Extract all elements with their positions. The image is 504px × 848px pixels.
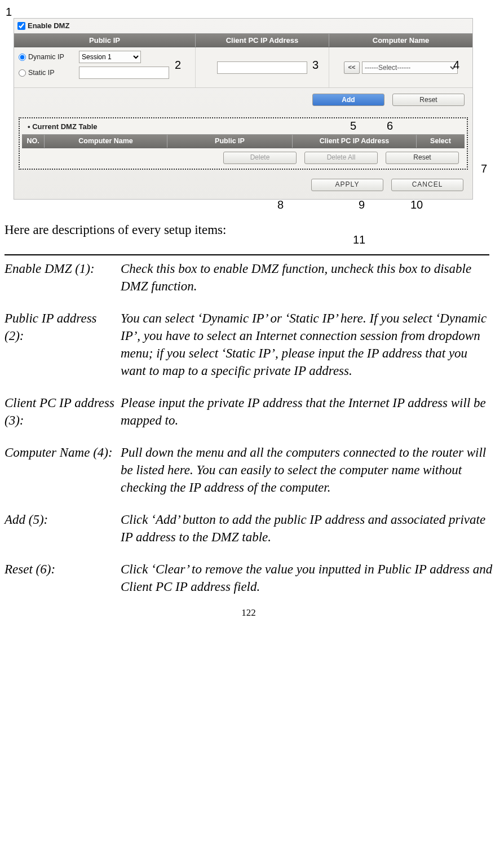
form-body-row: Dynamic IP Session 1 Static IP << ------… (14, 47, 472, 88)
table-reset-button[interactable]: Reset (386, 152, 459, 164)
cancel-button[interactable]: CANCEL (391, 179, 463, 191)
dynamic-ip-label: Dynamic IP (28, 52, 77, 62)
annotation-1: 1 (6, 5, 12, 20)
desc-body: Please input the private IP address that… (121, 394, 493, 429)
descriptions-intro: Here are descriptions of every setup ite… (5, 221, 493, 238)
client-ip-cell (196, 47, 329, 87)
enable-dmz-label: Enable DMZ (28, 21, 69, 31)
session-select[interactable]: Session 1 (79, 51, 141, 63)
computer-name-select[interactable]: ------Select------ (362, 61, 458, 74)
annotation-7: 7 (481, 161, 487, 176)
desc-label: Enable DMZ (1): (5, 260, 121, 295)
delete-button[interactable]: Delete (223, 152, 297, 164)
desc-label: Client PC IP address (3): (5, 394, 121, 429)
col-no: NO. (22, 135, 45, 148)
desc-label: Computer Name (4): (5, 444, 121, 496)
copy-name-button[interactable]: << (344, 61, 360, 74)
annotation-4: 4 (453, 58, 459, 73)
dynamic-ip-radio[interactable] (19, 54, 26, 61)
screenshot-region: 1 2 3 4 5 6 7 8 9 10 11 Enable DMZ Publi… (5, 7, 493, 200)
enable-dmz-checkbox[interactable] (17, 22, 25, 30)
col-select: Select (417, 135, 465, 148)
table-button-row: Delete Delete All Reset (22, 148, 465, 164)
annotation-11: 11 (353, 232, 365, 248)
desc-add: Add (5): Click ‘Add’ button to add the p… (5, 511, 493, 546)
client-ip-input[interactable] (217, 61, 307, 74)
desc-enable-dmz: Enable DMZ (1): Check this box to enable… (5, 260, 493, 295)
desc-label: Public IP address (2): (5, 310, 121, 379)
computer-name-cell: << ------Select------ (329, 47, 472, 87)
static-ip-input[interactable] (79, 67, 169, 79)
enable-dmz-row: Enable DMZ (14, 19, 472, 33)
apply-cancel-row: APPLY CANCEL (14, 173, 472, 193)
desc-public-ip: Public IP address (2): You can select ‘D… (5, 310, 493, 379)
desc-label: Reset (6): (5, 560, 121, 595)
col-public-ip: Public IP (167, 135, 293, 148)
header-computer-name: Computer Name (329, 34, 472, 47)
dmz-table-header: NO. Computer Name Public IP Client PC IP… (22, 134, 465, 148)
desc-body: Check this box to enable DMZ function, u… (121, 260, 493, 295)
annotation-9: 9 (359, 197, 365, 213)
static-ip-line: Static IP (19, 67, 191, 79)
page-number: 122 (5, 607, 493, 620)
reset-button[interactable]: Reset (392, 94, 465, 106)
public-ip-cell: Dynamic IP Session 1 Static IP (14, 47, 196, 87)
description-list: Enable DMZ (1): Check this box to enable… (5, 260, 493, 596)
desc-reset: Reset (6): Click ‘Clear’ to remove the v… (5, 560, 493, 595)
annotation-5: 5 (350, 118, 356, 134)
annotation-3: 3 (312, 58, 319, 73)
desc-body: Pull down the menu and all the computers… (121, 444, 493, 496)
desc-computer-name: Computer Name (4): Pull down the menu an… (5, 444, 493, 496)
col-computer-name: Computer Name (45, 135, 167, 148)
header-public-ip: Public IP (14, 34, 196, 47)
desc-body: Click ‘Add’ button to add the public IP … (121, 511, 493, 546)
desc-client-pc-ip: Client PC IP address (3): Please input t… (5, 394, 493, 429)
apply-button[interactable]: APPLY (311, 179, 383, 191)
header-client-ip: Client PC IP Address (196, 34, 329, 47)
static-ip-radio[interactable] (19, 69, 26, 77)
static-ip-label: Static IP (28, 68, 77, 78)
col-client-ip: Client PC IP Address (293, 135, 417, 148)
dmz-settings-panel: Enable DMZ Public IP Client PC IP Addres… (14, 18, 473, 200)
current-dmz-table-box: Current DMZ Table NO. Computer Name Publ… (19, 117, 468, 169)
desc-body: Click ‘Clear’ to remove the value you in… (121, 560, 493, 595)
form-header-row: Public IP Client PC IP Address Computer … (14, 33, 472, 48)
annotation-10: 10 (410, 197, 423, 213)
add-button[interactable]: Add (312, 94, 384, 106)
desc-label: Add (5): (5, 511, 121, 546)
dynamic-ip-line: Dynamic IP Session 1 (19, 51, 191, 63)
add-reset-row: Add Reset (14, 88, 472, 109)
annotation-8: 8 (277, 197, 284, 213)
current-dmz-title: Current DMZ Table (22, 121, 465, 134)
annotation-2: 2 (175, 58, 181, 73)
divider (5, 254, 489, 255)
annotation-6: 6 (387, 118, 393, 134)
delete-all-button[interactable]: Delete All (304, 152, 378, 164)
desc-body: You can select ‘Dynamic IP’ or ‘Static I… (121, 310, 493, 379)
